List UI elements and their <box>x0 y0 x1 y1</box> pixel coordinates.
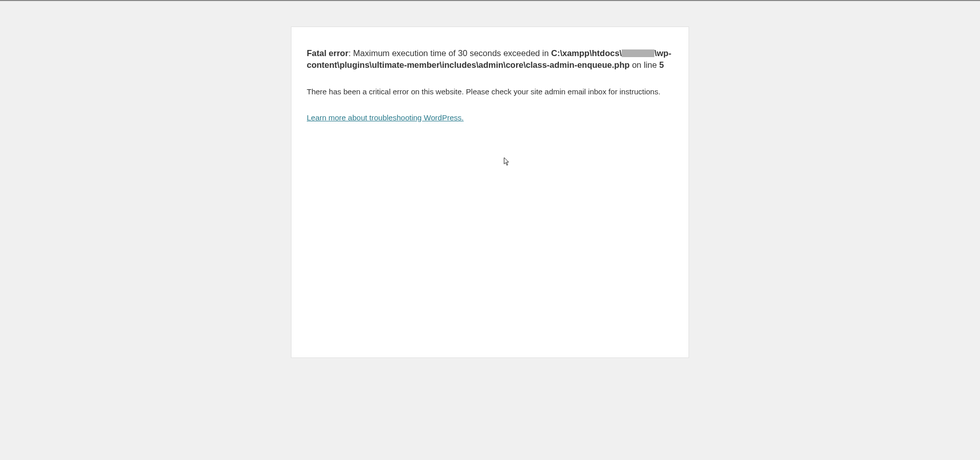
redacted-folder <box>622 49 654 57</box>
fatal-error-message: Fatal error: Maximum execution time of 3… <box>307 47 673 71</box>
error-path-prefix: C:\xampp\htdocs\ <box>551 48 622 58</box>
troubleshoot-link[interactable]: Learn more about troubleshooting WordPre… <box>307 113 463 122</box>
on-line-text: on line <box>630 60 659 69</box>
error-separator: : <box>349 48 353 58</box>
error-container: Fatal error: Maximum execution time of 3… <box>291 27 689 358</box>
line-number: 5 <box>659 60 664 69</box>
error-label: Fatal error <box>307 48 349 58</box>
critical-error-text: There has been a critical error on this … <box>307 86 673 98</box>
error-text-before-path: Maximum execution time of 30 seconds exc… <box>353 48 551 58</box>
